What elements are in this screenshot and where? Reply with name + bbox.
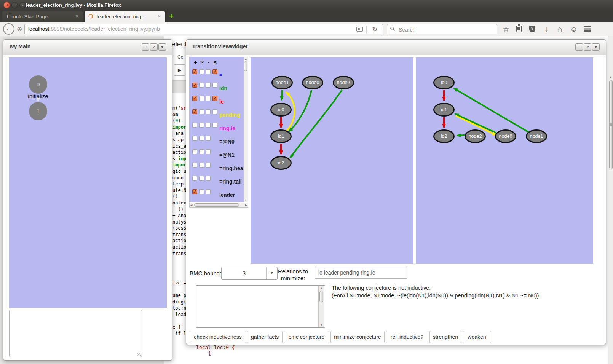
scrollbar-thumb[interactable] <box>194 203 239 207</box>
graph-node-node0[interactable]: node0 <box>302 76 323 89</box>
tab-close-icon[interactable]: × <box>156 13 162 19</box>
dialog-header[interactable]: TransitionViewWidget − ↗ ▾ <box>186 40 606 55</box>
checkbox-unchecked[interactable] <box>206 109 211 114</box>
scrollbar-thumb[interactable] <box>244 61 247 71</box>
graph-node-id1[interactable]: id1 <box>270 129 292 143</box>
checkbox-checked[interactable]: ✓ <box>192 109 197 114</box>
weaken-button[interactable]: weaken <box>463 331 491 343</box>
checkbox-unchecked[interactable] <box>192 176 197 181</box>
new-tab-button[interactable]: + <box>168 13 175 21</box>
checkbox-checked[interactable]: ✓ <box>192 83 197 88</box>
checkbox-unchecked[interactable] <box>199 189 204 194</box>
relation-vertical-scrollbar[interactable]: ▲ ▼ <box>243 57 248 202</box>
tab-leader-election-ring[interactable]: leader_election_ring... × <box>85 11 165 22</box>
tab-close-icon[interactable]: × <box>74 13 80 19</box>
site-identity-globe-icon[interactable]: ⊕ <box>17 26 23 32</box>
ivy-node-1[interactable]: 1 <box>29 102 47 120</box>
checkbox-unchecked[interactable] <box>206 123 211 128</box>
window-maximize-button[interactable]: ▫ <box>19 2 26 8</box>
checkbox-checked[interactable]: ✓ <box>212 69 217 74</box>
relation-horizontal-scrollbar[interactable]: ◀ ▶ <box>189 203 248 208</box>
scrollbar-thumb[interactable] <box>609 80 613 169</box>
dialog-menu-button[interactable]: ▾ <box>592 43 600 51</box>
checkbox-unchecked[interactable] <box>192 123 197 128</box>
gather-facts-button[interactable]: gather facts <box>247 331 283 343</box>
scroll-up-icon[interactable]: ▲ <box>608 75 613 78</box>
checkbox-unchecked[interactable] <box>192 136 197 141</box>
graph-node-node1[interactable]: node1 <box>271 76 293 89</box>
graph-node-node2[interactable]: node2 <box>465 129 486 143</box>
window-minimize-button[interactable]: − <box>11 2 18 8</box>
checkbox-unchecked[interactable] <box>199 69 204 74</box>
checkbox-checked[interactable]: ✓ <box>212 96 217 101</box>
bmc-conjecture-button[interactable]: bmc conjecture <box>284 331 329 343</box>
scroll-left-icon[interactable]: ◀ <box>190 203 192 207</box>
checkbox-unchecked[interactable] <box>206 149 211 154</box>
graph-node-node2[interactable]: node2 <box>333 76 354 89</box>
checkbox-unchecked[interactable] <box>206 189 211 194</box>
back-button[interactable]: ← <box>3 23 14 35</box>
graph-node-id2[interactable]: id2 <box>270 156 292 170</box>
url-bar[interactable]: localhost:8888/notebooks/leader_election… <box>24 24 383 34</box>
search-input[interactable] <box>398 25 495 34</box>
checkbox-unchecked[interactable] <box>206 96 211 101</box>
graph-node-id0[interactable]: id0 <box>433 76 455 89</box>
graph-node-node0[interactable]: node0 <box>495 129 516 143</box>
scroll-down-icon[interactable]: ▼ <box>244 199 248 201</box>
checkbox-unchecked[interactable] <box>199 109 204 114</box>
textarea-resize-grip[interactable] <box>137 353 141 356</box>
search-box[interactable] <box>387 24 497 34</box>
dialog-minimize-button[interactable]: − <box>142 43 149 51</box>
graph-node-id0[interactable]: id0 <box>270 103 292 117</box>
scroll-up-icon[interactable]: ▲ <box>244 57 248 60</box>
checkbox-unchecked[interactable] <box>206 136 211 141</box>
checkbox-unchecked[interactable] <box>199 83 204 88</box>
run-cell-button[interactable]: ▶ <box>174 64 185 76</box>
checkbox-unchecked[interactable] <box>199 149 204 154</box>
checkbox-unchecked[interactable] <box>199 96 204 101</box>
scrollbar-thumb[interactable] <box>319 291 323 302</box>
dialog-minimize-button[interactable]: − <box>575 43 583 51</box>
checkbox-checked[interactable]: ✓ <box>192 69 197 74</box>
textarea-scrollbar[interactable]: ▲ ▼ <box>318 286 324 327</box>
bookmark-star-icon[interactable]: ☆ <box>502 25 510 34</box>
graph-node-id1[interactable]: id1 <box>433 103 455 117</box>
share-smiley-icon[interactable]: ☺ <box>570 25 578 34</box>
dialog-menu-button[interactable]: ▾ <box>158 43 166 51</box>
checkbox-unchecked[interactable] <box>206 163 211 168</box>
ivy-node-0[interactable]: 0 <box>29 75 47 94</box>
clipboard-icon[interactable] <box>516 26 522 32</box>
checkbox-unchecked[interactable] <box>212 83 217 88</box>
checkbox-checked[interactable]: ✓ <box>192 189 197 194</box>
checkbox-unchecked[interactable] <box>192 149 197 154</box>
ivy-command-textarea[interactable] <box>9 310 142 357</box>
checkbox-unchecked[interactable] <box>199 176 204 181</box>
checkbox-unchecked[interactable] <box>206 83 211 88</box>
reload-icon[interactable]: ↻ <box>372 25 377 34</box>
hamburger-menu-icon[interactable] <box>584 26 591 27</box>
browser-scrollbar[interactable]: ▲ <box>608 36 613 364</box>
graph-node-node1[interactable]: node1 <box>526 129 547 143</box>
window-close-button[interactable]: × <box>3 2 10 8</box>
checkbox-unchecked[interactable] <box>199 136 204 141</box>
checkbox-unchecked[interactable] <box>206 69 211 74</box>
downloads-icon[interactable]: ↓ <box>542 25 551 34</box>
home-icon[interactable]: ⌂ <box>556 25 564 34</box>
minimize-conjecture-button[interactable]: minimize conjecture <box>330 331 385 343</box>
tab-ubuntu-start-page[interactable]: Ubuntu Start Page × <box>2 11 83 22</box>
check-inductiveness-button[interactable]: check inductiveness <box>190 331 246 343</box>
relations-to-minimize-input[interactable] <box>315 267 407 279</box>
checkbox-checked[interactable]: ✓ <box>192 96 197 101</box>
pocket-shield-icon[interactable]: ∨ <box>529 26 535 32</box>
checkbox-unchecked[interactable] <box>192 163 197 168</box>
dialog-popout-button[interactable]: ↗ <box>150 43 158 51</box>
checkbox-unchecked[interactable] <box>199 163 204 168</box>
scroll-down-icon[interactable]: ▼ <box>319 324 324 326</box>
checkbox-unchecked[interactable] <box>206 176 211 181</box>
scroll-up-icon[interactable]: ▲ <box>319 287 324 289</box>
reader-mode-icon[interactable] <box>356 27 363 32</box>
dialog-header[interactable]: Ivy Main − ↗ ▾ <box>3 40 172 55</box>
scroll-right-icon[interactable]: ▶ <box>245 203 247 207</box>
strengthen-button[interactable]: strengthen <box>429 331 461 343</box>
graph-node-id2[interactable]: id2 <box>433 129 455 143</box>
